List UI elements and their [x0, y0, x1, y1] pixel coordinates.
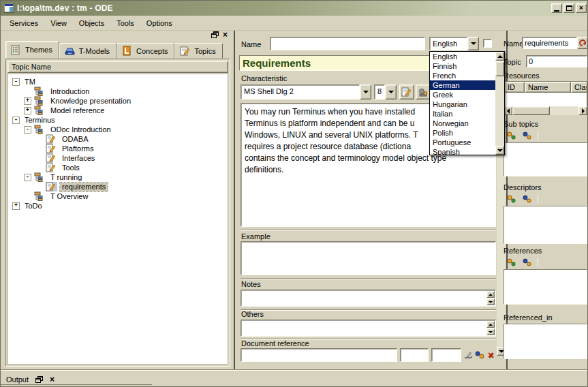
column-header-name[interactable]: Name [525, 82, 571, 93]
panel-splitter-left[interactable] [234, 31, 235, 369]
descriptors-link-button[interactable] [521, 194, 534, 204]
language-option[interactable]: English [430, 52, 495, 61]
subtopics-link-button[interactable] [521, 130, 534, 140]
tree-column-header[interactable]: Topic Name [7, 61, 228, 73]
tree-expander-icon[interactable] [12, 78, 20, 86]
menu-item[interactable]: View [44, 17, 73, 29]
menu-item[interactable]: Options [140, 17, 179, 29]
descriptors-add-button[interactable] [505, 194, 519, 204]
document-reference-position-input[interactable] [431, 348, 461, 362]
stamp-button[interactable] [416, 84, 431, 99]
tree-expander-icon[interactable] [24, 107, 31, 114]
language-option[interactable]: German [430, 80, 495, 90]
topic-tree[interactable]: TM Introduction [7, 74, 228, 365]
dock-close-button[interactable]: × [223, 31, 228, 38]
tree-expander-icon[interactable] [12, 117, 20, 124]
language-option[interactable]: Greek [430, 90, 495, 99]
language-dropdown-button[interactable] [467, 37, 479, 50]
references-link-button[interactable] [521, 257, 534, 267]
references-add-button[interactable] [505, 257, 519, 267]
tab-topics[interactable]: Topics [174, 43, 222, 59]
minimize-button[interactable] [551, 3, 562, 13]
dropdown-scrollbar[interactable] [495, 52, 504, 155]
tree-row[interactable]: Knowledge presentation [8, 96, 228, 106]
notes-scroll-down-button[interactable] [486, 298, 495, 305]
tree-expander-icon[interactable] [12, 202, 20, 210]
descriptors-list[interactable] [504, 206, 587, 244]
dock-float-button[interactable] [211, 31, 219, 38]
subtopics-list[interactable] [504, 142, 587, 176]
language-option[interactable]: Hungarian [430, 99, 495, 109]
name-input[interactable] [270, 37, 425, 50]
language-option[interactable]: Portuguese [430, 138, 495, 147]
scroll-down-button[interactable] [495, 146, 504, 155]
scrollbar-thumb[interactable] [512, 106, 550, 115]
font-size-combobox[interactable]: 8 [374, 84, 397, 99]
edit-text-button[interactable] [399, 84, 414, 99]
menu-item[interactable]: Objects [73, 17, 110, 29]
tree-row[interactable]: requirements [8, 182, 228, 191]
tree-row[interactable]: ODABA [8, 134, 228, 144]
scroll-up-button[interactable] [495, 52, 504, 61]
references-list[interactable] [504, 269, 587, 305]
docref-sign-button[interactable] [463, 349, 474, 361]
tree-expander-icon[interactable] [24, 97, 31, 105]
document-reference-input[interactable] [241, 348, 397, 362]
tree-row[interactable]: Plaftorms [8, 144, 228, 153]
tree-row[interactable]: Introduction [8, 87, 228, 96]
topic-node-icon [34, 96, 46, 106]
notes-textarea[interactable] [241, 290, 496, 307]
subtopics-add-button[interactable] [505, 130, 519, 140]
reload-topic-button[interactable] [577, 37, 588, 49]
menu-item[interactable]: Tools [110, 17, 140, 29]
language-option[interactable]: Polish [430, 128, 495, 138]
topic-name-input[interactable] [522, 37, 577, 49]
others-scroll-down-button[interactable] [486, 328, 495, 335]
column-header-class[interactable]: Class [571, 82, 587, 93]
resources-horizontal-scrollbar[interactable] [504, 106, 587, 115]
font-size-dropdown-button[interactable] [385, 84, 397, 99]
tree-item-label: Model reference [48, 106, 107, 115]
tree-row[interactable]: Tools [8, 163, 228, 172]
tree-expander-icon[interactable] [24, 174, 31, 181]
language-option[interactable]: Italian [430, 109, 495, 119]
language-checkbox[interactable] [483, 39, 492, 48]
example-textarea[interactable] [241, 241, 496, 275]
tree-row[interactable]: T Overview [8, 191, 228, 201]
tree-expander-icon[interactable] [24, 126, 31, 134]
notes-scroll-up-button[interactable] [486, 291, 495, 298]
font-name-combobox[interactable]: MS Shell Dlg 2 [241, 84, 371, 99]
language-option[interactable]: Finnish [430, 61, 495, 71]
docref-link-button[interactable] [474, 349, 485, 361]
language-combobox[interactable]: English [429, 37, 479, 50]
tree-row[interactable]: T running [8, 172, 228, 182]
tab-themes[interactable]: Themes [5, 41, 59, 59]
language-option[interactable]: French [430, 71, 495, 80]
scrollbar-thumb[interactable] [495, 61, 504, 76]
language-option[interactable]: Spanish [430, 147, 495, 155]
referenced-in-list[interactable] [504, 324, 587, 359]
document-reference-page-input[interactable] [400, 348, 429, 362]
tab-t-models[interactable]: T-Models [59, 43, 117, 59]
tree-row[interactable]: ToDo [8, 201, 228, 211]
output-float-button[interactable] [35, 376, 43, 383]
maximize-button[interactable] [563, 3, 574, 13]
column-header-id[interactable]: ID [504, 82, 525, 93]
others-scroll-up-button[interactable] [486, 321, 495, 328]
tree-row[interactable]: TM [8, 77, 228, 87]
language-option[interactable]: Norwegian [430, 119, 495, 128]
tree-row[interactable]: Model reference [8, 106, 228, 115]
tab-concepts[interactable]: Concepts [117, 43, 174, 59]
close-button[interactable]: × [576, 3, 587, 13]
output-close-button[interactable]: × [50, 376, 55, 383]
font-name-dropdown-button[interactable] [360, 84, 371, 99]
others-textarea[interactable] [241, 320, 496, 337]
tree-row[interactable]: ODoc Introduction [8, 125, 228, 134]
topic-id-input[interactable] [526, 55, 587, 67]
scroll-right-button[interactable] [578, 106, 587, 115]
menu-item[interactable]: Services [3, 17, 44, 29]
toolbar-separator [538, 258, 538, 266]
tree-row[interactable]: Interfaces [8, 153, 228, 163]
docref-delete-button[interactable]: × [485, 349, 496, 361]
tree-row[interactable]: Terminus [8, 115, 228, 125]
